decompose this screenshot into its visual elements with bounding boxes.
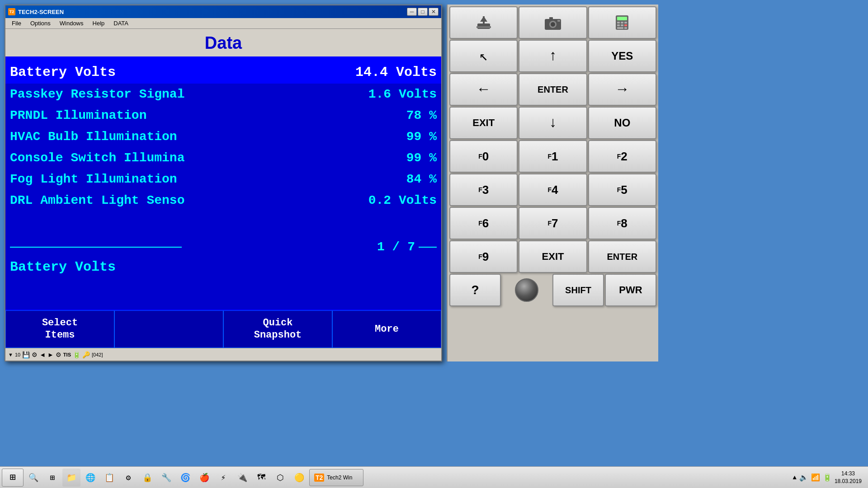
shift-button[interactable]: SHIFT bbox=[552, 274, 604, 306]
f9-button[interactable]: F9 bbox=[449, 240, 518, 273]
f5-button[interactable]: F5 bbox=[588, 174, 656, 206]
f6-button[interactable]: F6 bbox=[449, 207, 518, 239]
menu-file[interactable]: File bbox=[7, 19, 26, 28]
menu-help[interactable]: Help bbox=[88, 19, 109, 28]
menu-options[interactable]: Options bbox=[26, 19, 55, 28]
power-button[interactable]: PWR bbox=[605, 274, 656, 306]
app3-button[interactable]: 🔌 bbox=[233, 469, 251, 487]
svg-rect-18 bbox=[624, 27, 627, 29]
clock[interactable]: 14:33 18.03.2019 bbox=[835, 470, 862, 485]
f4-button[interactable]: F4 bbox=[519, 174, 587, 206]
status-icon-1: ▼ bbox=[8, 352, 13, 357]
select-items-button[interactable]: SelectItems bbox=[5, 310, 114, 348]
f1-button[interactable]: F1 bbox=[519, 140, 587, 173]
upload-icon bbox=[476, 14, 492, 31]
more-button[interactable]: More bbox=[332, 310, 441, 348]
data-row-0[interactable]: Battery Volts 14.4 Volts bbox=[5, 61, 441, 84]
svg-rect-13 bbox=[624, 22, 627, 23]
svg-rect-17 bbox=[617, 27, 623, 29]
edge-button[interactable]: 🌐 bbox=[81, 469, 99, 487]
svg-point-6 bbox=[551, 22, 555, 27]
down-arrow-button[interactable]: ↓ bbox=[519, 107, 587, 139]
f3-button[interactable]: F3 bbox=[449, 174, 518, 206]
data-row-6[interactable]: DRL Ambient Light Senso 0.2 Volts bbox=[5, 190, 441, 211]
row6-label: DRL Ambient Light Senso bbox=[10, 193, 184, 207]
app2-button[interactable]: ⚡ bbox=[214, 469, 232, 487]
window-title: TECH2-SCREEN bbox=[18, 9, 404, 15]
page-divider: 1 / 7 bbox=[5, 238, 441, 256]
left-arrow-button[interactable]: ← bbox=[449, 73, 518, 106]
tray-icon-expand[interactable]: ▲ bbox=[793, 474, 797, 481]
task-view-button[interactable]: ⊞ bbox=[43, 469, 61, 487]
screen-title: Data bbox=[5, 29, 441, 56]
app6-button[interactable]: 🟡 bbox=[290, 469, 308, 487]
file-explorer-button[interactable]: 📁 bbox=[62, 469, 80, 487]
row6-value: 0.2 Volts bbox=[368, 193, 437, 207]
status-code: [042] bbox=[92, 352, 103, 357]
row0-value: 14.4 Volts bbox=[355, 65, 437, 80]
keypad-row-4: EXIT ↓ NO bbox=[449, 107, 656, 139]
tray-icon-volume[interactable]: 🔈 bbox=[799, 473, 808, 482]
row5-value: 84 % bbox=[406, 172, 437, 186]
row4-label: Console Switch Illumina bbox=[10, 151, 184, 165]
tools-button[interactable]: 🔧 bbox=[157, 469, 175, 487]
status-battery-icon: 🔋 bbox=[73, 351, 80, 358]
app4-button[interactable]: 🗺 bbox=[252, 469, 270, 487]
svg-rect-12 bbox=[621, 22, 623, 23]
minimize-button[interactable]: ─ bbox=[407, 8, 417, 16]
up-arrow-button[interactable]: ↑ bbox=[519, 40, 587, 72]
settings-button[interactable]: ⚙ bbox=[119, 469, 137, 487]
keypad-row-6: F3 F4 F5 bbox=[449, 174, 656, 206]
exit-button[interactable]: EXIT bbox=[449, 107, 518, 139]
calculator-button[interactable] bbox=[588, 6, 656, 39]
right-arrow-button[interactable]: → bbox=[588, 73, 656, 106]
svg-rect-16 bbox=[624, 24, 627, 26]
yes-button[interactable]: YES bbox=[588, 40, 656, 72]
data-row-5[interactable]: Fog Light Illumination 84 % bbox=[5, 169, 441, 190]
data-row-2[interactable]: PRNDL Illumination 78 % bbox=[5, 105, 441, 126]
data-row-3[interactable]: HVAC Bulb Illumination 99 % bbox=[5, 126, 441, 147]
menu-data[interactable]: DATA bbox=[109, 19, 133, 28]
data-row-1[interactable]: Passkey Resistor Signal 1.6 Volts bbox=[5, 84, 441, 105]
security-taskbar-button[interactable]: 🔒 bbox=[138, 469, 156, 487]
question-button[interactable]: ? bbox=[449, 274, 501, 306]
status-key-icon: 🔑 bbox=[82, 351, 90, 358]
taskbar: ⊞ 🔍 ⊞ 📁 🌐 📋 ⚙ 🔒 🔧 🌀 🍎 ⚡ 🔌 🗺 ⬡ 🟡 T2 Tech2… bbox=[0, 466, 868, 488]
f0-button[interactable]: F0 bbox=[449, 140, 518, 173]
app1-button[interactable]: 🍎 bbox=[195, 469, 213, 487]
camera-button[interactable] bbox=[519, 6, 587, 39]
status-icon-4: ◄ bbox=[39, 351, 46, 358]
maximize-button[interactable]: □ bbox=[418, 8, 428, 16]
f8-button[interactable]: F8 bbox=[588, 207, 656, 239]
enter2-button[interactable]: ENTER bbox=[588, 240, 656, 273]
bottom-buttons: SelectItems QuickSnapshot More bbox=[5, 310, 441, 348]
svg-rect-3 bbox=[483, 16, 485, 23]
blue-header-bar bbox=[5, 56, 441, 61]
tray-icon-battery[interactable]: 🔋 bbox=[823, 473, 832, 482]
data-row-4[interactable]: Console Switch Illumina 99 % bbox=[5, 147, 441, 169]
row2-label: PRNDL Illumination bbox=[10, 108, 146, 122]
camera-icon bbox=[544, 14, 562, 31]
keypad-row-icons bbox=[449, 6, 656, 39]
app5-button[interactable]: ⬡ bbox=[271, 469, 289, 487]
f2-button[interactable]: F2 bbox=[588, 140, 656, 173]
back-arrow-button[interactable]: ↖ bbox=[449, 40, 518, 72]
no-button[interactable]: NO bbox=[588, 107, 656, 139]
menu-windows[interactable]: Windows bbox=[55, 19, 88, 28]
quick-snapshot-button[interactable]: QuickSnapshot bbox=[223, 310, 332, 348]
keypad-row-8: F9 EXIT ENTER bbox=[449, 240, 656, 273]
active-app-button[interactable]: T2 Tech2 Win bbox=[309, 469, 363, 486]
close-button[interactable]: ✕ bbox=[429, 8, 439, 16]
status-icon-2: 💾 bbox=[22, 351, 30, 358]
row5-label: Fog Light Illumination bbox=[10, 172, 177, 186]
search-button[interactable]: 🔍 bbox=[24, 469, 42, 487]
menu-bar: File Options Windows Help DATA bbox=[5, 18, 441, 29]
start-button[interactable]: ⊞ bbox=[2, 469, 24, 487]
f7-button[interactable]: F7 bbox=[519, 207, 587, 239]
upload-button[interactable] bbox=[449, 6, 518, 39]
tray-icon-network[interactable]: 📶 bbox=[811, 473, 820, 482]
chrome-button[interactable]: 🌀 bbox=[176, 469, 194, 487]
notes-button[interactable]: 📋 bbox=[100, 469, 118, 487]
exit2-button[interactable]: EXIT bbox=[519, 240, 587, 273]
enter-button[interactable]: ENTER bbox=[519, 73, 587, 106]
